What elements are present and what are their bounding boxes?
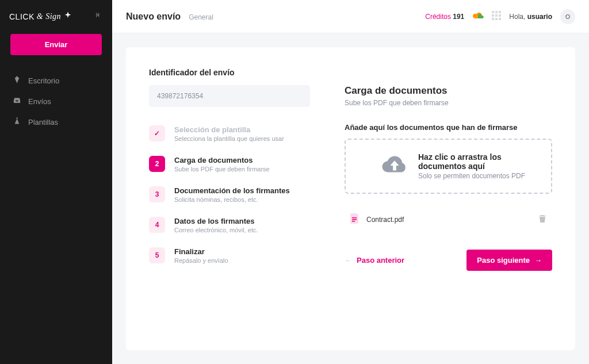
dropzone-text: Haz clic o arrastra los documentos aquí … [418, 152, 538, 180]
svg-rect-8 [499, 18, 501, 20]
step-content: Finalizar Repásalo y envíalo [174, 247, 310, 264]
page-title: Nuevo envío [126, 12, 181, 22]
logo-row: CLICK & Sign [0, 10, 112, 34]
step-badge: 2 [149, 156, 165, 172]
sidebar: CLICK & Sign Enviar Escritorio Envíos Pl… [0, 0, 112, 364]
user-greeting: Hola, usuario [509, 13, 552, 21]
file-row: Contract.pdf [345, 206, 552, 232]
svg-rect-10 [352, 219, 357, 220]
step-content: Documentación de los firmantes Solicita … [174, 186, 310, 203]
send-button[interactable]: Enviar [10, 34, 102, 55]
topbar: Nuevo envío General Créditos 191 Hola, u… [112, 0, 589, 33]
prev-step-button[interactable]: ← Paso anterior [345, 256, 404, 265]
identifier-value: 439872176354 [149, 85, 310, 107]
main-area: Nuevo envío General Créditos 191 Hola, u… [112, 0, 589, 364]
identifier-label: Identificador del envío [149, 68, 310, 77]
wizard-step-2[interactable]: 2 Carga de documentos Sube los PDF que d… [149, 149, 310, 179]
upload-heading: Carga de documentos [345, 85, 552, 97]
wizard-step-1[interactable]: ✓ Selección de plantilla Selecciona la p… [149, 118, 310, 149]
cloud-icon[interactable] [472, 12, 484, 21]
svg-rect-3 [492, 14, 494, 17]
sidebar-item-templates[interactable]: Plantillas [0, 112, 112, 132]
step-content: Carga de documentos Sube los PDF que deb… [174, 156, 310, 173]
step-title: Datos de los firmantes [174, 217, 310, 225]
step-desc: Repásalo y envíalo [174, 257, 310, 264]
brand-logo: CLICK & Sign [9, 11, 72, 22]
credits-value: 191 [453, 13, 464, 21]
step-title: Finalizar [174, 247, 310, 256]
cloud-upload-icon [358, 154, 408, 179]
step-badge: 4 [149, 217, 165, 233]
step-content: Datos de los firmantes Correo electrónic… [174, 217, 310, 233]
svg-rect-1 [495, 11, 498, 13]
dropzone-title: Haz clic o arrastra los documentos aquí [418, 152, 538, 171]
collapse-sidebar-button[interactable] [94, 10, 103, 22]
inbox-icon [13, 96, 21, 106]
sidebar-item-sends[interactable]: Envíos [0, 91, 112, 112]
add-docs-label: Añade aquí los documentos que han de fir… [345, 123, 552, 132]
next-step-button[interactable]: Paso siguiente → [466, 250, 552, 271]
sidebar-item-label: Plantillas [28, 118, 58, 127]
step-badge: 3 [149, 186, 165, 202]
upload-column: Carga de documentos Sube los PDF que deb… [345, 68, 552, 329]
step-title: Documentación de los firmantes [174, 186, 310, 195]
next-label: Paso siguiente [477, 256, 530, 265]
topbar-right: Créditos 191 Hola, usuario O [425, 9, 575, 24]
step-desc: Sube los PDF que deben firmarse [174, 166, 310, 173]
brand-text-b: Sign [45, 12, 61, 21]
sidebar-item-desktop[interactable]: Escritorio [0, 70, 112, 91]
content-card: Identificador del envío 439872176354 ✓ S… [126, 47, 575, 350]
svg-rect-5 [499, 14, 501, 17]
arrow-left-icon: ← [345, 256, 352, 265]
avatar[interactable]: O [560, 9, 575, 24]
rocket-icon [63, 11, 72, 22]
file-name: Contract.pdf [366, 216, 531, 224]
step-badge: 5 [149, 247, 165, 263]
wizard-step-4[interactable]: 4 Datos de los firmantes Correo electrón… [149, 210, 310, 240]
svg-rect-7 [495, 18, 498, 20]
step-content: Selección de plantilla Selecciona la pla… [174, 125, 310, 142]
sidebar-item-label: Escritorio [28, 76, 59, 85]
svg-rect-4 [495, 14, 498, 17]
credits: Créditos 191 [425, 13, 464, 21]
svg-rect-2 [499, 11, 501, 13]
step-title: Carga de documentos [174, 156, 310, 164]
arrow-right-icon: → [534, 256, 542, 265]
step-desc: Selecciona la plantilla que quieres usar [174, 135, 310, 142]
greeting-prefix: Hola, [509, 13, 525, 21]
step-desc: Solicita nóminas, recibos, etc. [174, 196, 310, 203]
wizard-nav: ← Paso anterior Paso siguiente → [345, 250, 552, 271]
svg-rect-11 [352, 221, 355, 222]
credits-label: Créditos [425, 13, 451, 21]
greeting-user: usuario [527, 13, 552, 21]
svg-rect-6 [492, 18, 494, 20]
prev-label: Paso anterior [357, 256, 404, 265]
wizard-step-3[interactable]: 3 Documentación de los firmantes Solicit… [149, 179, 310, 210]
dropzone-sub: Solo se permiten documentos PDF [418, 172, 538, 180]
brand-text-a: CLICK [9, 12, 35, 21]
sidebar-item-label: Envíos [28, 97, 51, 106]
step-title: Selección de plantilla [174, 125, 310, 134]
upload-sub: Sube los PDF que deben firmarse [345, 99, 552, 107]
pdf-file-icon [350, 213, 359, 225]
compass-icon [13, 117, 21, 127]
svg-rect-9 [352, 217, 357, 219]
delete-file-button[interactable] [538, 214, 546, 224]
step-desc: Correo electrónico, móvil, etc. [174, 227, 310, 233]
wizard-step-5[interactable]: 5 Finalizar Repásalo y envíalo [149, 240, 310, 271]
apps-grid-icon[interactable] [492, 11, 501, 22]
page-subtitle: General [189, 13, 213, 21]
dropzone[interactable]: Haz clic o arrastra los documentos aquí … [345, 139, 552, 194]
wizard-column: Identificador del envío 439872176354 ✓ S… [149, 68, 310, 329]
topbar-left: Nuevo envío General [126, 12, 213, 22]
svg-rect-0 [492, 11, 494, 13]
diamond-icon [13, 75, 21, 86]
step-badge: ✓ [149, 125, 165, 141]
brand-amp: & [37, 12, 43, 21]
